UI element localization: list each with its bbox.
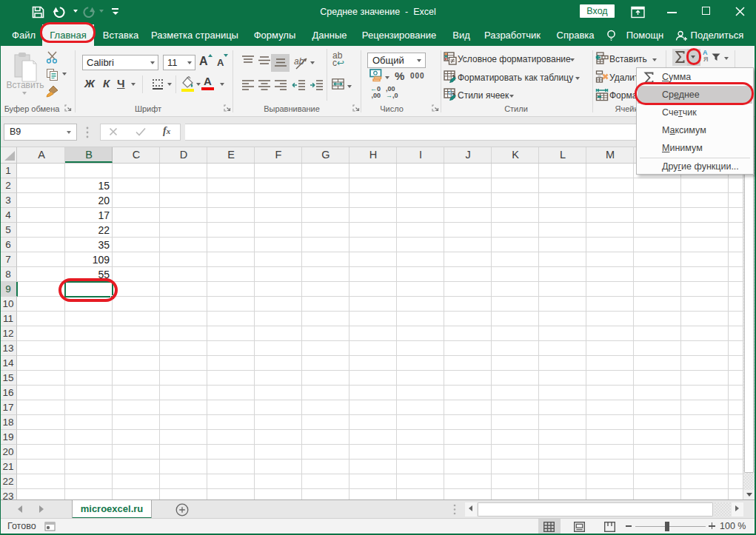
svg-text:ab: ab [294, 56, 304, 67]
